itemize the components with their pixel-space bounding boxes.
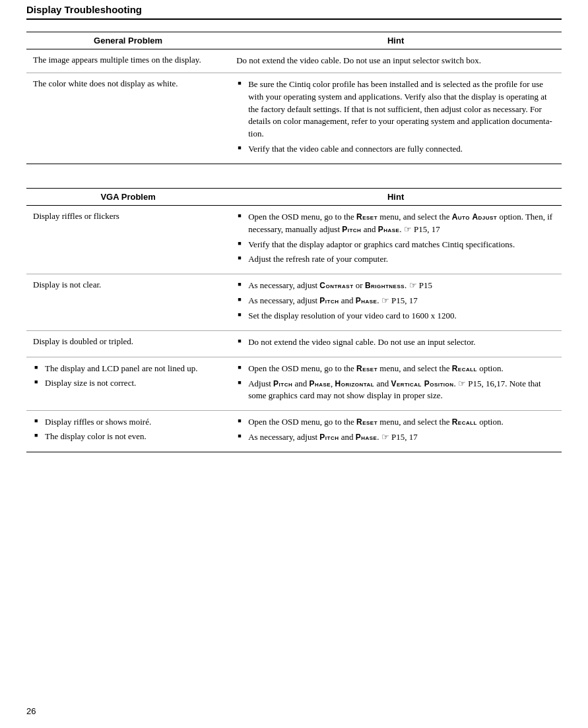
problem-text: Display riffles or flickers [33,211,119,221]
page-title: Display Troubleshooting [26,4,142,15]
hint-cell: Do not extend the video cable. Do not us… [230,49,562,73]
problem-cell: Display is doubled or tripled. [26,330,230,357]
list-item: Do not extend the video signal cable. Do… [236,336,555,349]
problem-text: The color white does not display as whit… [33,78,178,88]
list-item: Display riffles or shows moiré. [33,416,223,429]
hint-cell: Do not extend the video signal cable. Do… [230,330,562,357]
hint-cell: As necessary, adjust Contrast or Brightn… [230,274,562,331]
problem-text: Display is not clear. [33,280,101,289]
hint-list: Open the OSD menu, go to the Reset menu,… [236,363,555,403]
vga-col1-header: VGA Problem [26,188,230,205]
general-col1-header: General Problem [26,32,230,49]
list-item: The display color is not even. [33,431,223,443]
list-item: Verify that the display adaptor or graph… [236,239,555,251]
problem-cell: Display riffles or flickers [26,205,230,274]
problem-cell: The display and LCD panel are not lined … [26,357,230,411]
list-item: Display size is not correct. [33,377,223,390]
section-gap [26,164,562,188]
page-container: Display Troubleshooting General Problem … [0,0,588,728]
general-problem-table: General Problem Hint The image appears m… [26,32,562,164]
table-row: Display riffles or flickers Open the OSD… [26,205,562,274]
list-item: Open the OSD menu, go to the Reset menu,… [236,363,555,375]
page-title-bar: Display Troubleshooting [26,0,562,20]
hint-cell: Open the OSD menu, go to the Reset menu,… [230,205,562,274]
list-item: Open the OSD menu, go to the Reset menu,… [236,416,555,429]
table-row: The color white does not display as whit… [26,73,562,164]
problem-text: The image appears multiple times on the … [33,55,201,65]
problem-cell: The image appears multiple times on the … [26,49,230,73]
table-row: The image appears multiple times on the … [26,49,562,73]
hint-list: Be sure the Cintiq color profile has bee… [236,78,555,156]
problem-cell: Display riffles or shows moiré. The disp… [26,411,230,452]
list-item: Be sure the Cintiq color profile has bee… [236,78,555,140]
table-row: The display and LCD panel are not lined … [26,357,562,411]
list-item: Adjust Pitch and Phase, Horizontal and V… [236,378,555,403]
hint-plain-text: Do not extend the video cable. Do not us… [236,55,481,65]
list-item: Open the OSD menu, go to the Reset menu,… [236,211,555,236]
hint-list: As necessary, adjust Contrast or Brightn… [236,280,555,322]
hint-list: Open the OSD menu, go to the Reset menu,… [236,416,555,444]
page-number: 26 [26,706,36,716]
hint-list: Do not extend the video signal cable. Do… [236,336,555,349]
combined-problem-list: Display riffles or shows moiré. The disp… [33,416,223,443]
general-col2-header: Hint [230,32,562,49]
problem-cell: Display is not clear. [26,274,230,331]
hint-list: Open the OSD menu, go to the Reset menu,… [236,211,555,266]
list-item: Set the display resolution of your video… [236,310,555,322]
table-row: Display riffles or shows moiré. The disp… [26,411,562,452]
table-row: Display is not clear. As necessary, adju… [26,274,562,331]
hint-cell: Be sure the Cintiq color profile has bee… [230,73,562,164]
combined-problem-list: The display and LCD panel are not lined … [33,363,223,390]
list-item: As necessary, adjust Pitch and Phase. ☞ … [236,295,555,307]
list-item: As necessary, adjust Contrast or Brightn… [236,280,555,292]
problem-text: Display is doubled or tripled. [33,336,133,346]
list-item: Adjust the refresh rate of your computer… [236,253,555,266]
hint-cell: Open the OSD menu, go to the Reset menu,… [230,357,562,411]
list-item: As necessary, adjust Pitch and Phase. ☞ … [236,431,555,444]
vga-col2-header: Hint [230,188,562,205]
list-item: Verify that the video cable and connecto… [236,143,555,156]
hint-cell: Open the OSD menu, go to the Reset menu,… [230,411,562,452]
problem-cell: The color white does not display as whit… [26,73,230,164]
table-row: Display is doubled or tripled. Do not ex… [26,330,562,357]
vga-problem-table: VGA Problem Hint Display riffles or flic… [26,188,562,452]
list-item: The display and LCD panel are not lined … [33,363,223,375]
